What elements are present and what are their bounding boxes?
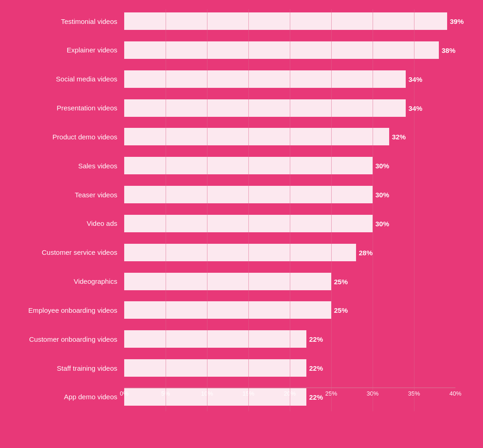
bar-fill xyxy=(124,99,406,117)
grid-line xyxy=(290,9,290,411)
bar-value: 39% xyxy=(450,17,464,25)
x-axis-tick: 0% xyxy=(120,390,129,397)
bar-label: Social media videos xyxy=(0,75,117,83)
bar-label: Staff training videos xyxy=(0,364,117,372)
bar-value: 22% xyxy=(309,335,323,343)
grid-line xyxy=(331,9,332,411)
bar-fill xyxy=(124,359,306,377)
bar-value: 30% xyxy=(375,162,389,170)
bar-label: Product demo videos xyxy=(0,133,117,141)
bar-label: Explainer videos xyxy=(0,46,117,54)
bar-label: Presentation videos xyxy=(0,104,117,112)
bar-fill xyxy=(124,70,406,88)
grid-line xyxy=(207,9,207,411)
bar-value: 22% xyxy=(309,364,323,372)
grid-line xyxy=(373,9,373,411)
bar-value: 28% xyxy=(359,248,373,256)
bar-fill xyxy=(124,12,447,30)
bar-fill xyxy=(124,273,331,290)
bar-label: Videographics xyxy=(0,277,117,285)
grid-line xyxy=(166,9,166,411)
bar-value: 25% xyxy=(334,306,348,314)
bar-value: 30% xyxy=(375,219,389,227)
bar-label: Customer onboarding videos xyxy=(0,335,117,343)
bar-label: Testimonial videos xyxy=(0,17,117,25)
bar-value: 25% xyxy=(334,277,348,285)
bar-value: 34% xyxy=(408,75,422,83)
bar-fill xyxy=(124,41,439,59)
bar-label: Customer service videos xyxy=(0,248,117,256)
grid-line xyxy=(248,9,249,411)
bar-fill xyxy=(124,244,356,261)
bar-label: Employee onboarding videos xyxy=(0,306,117,314)
bar-label: Sales videos xyxy=(0,162,117,170)
bar-fill xyxy=(124,330,306,348)
bar-label: App demo videos xyxy=(0,393,117,401)
chart-container: Testimonial videos39%Explainer videos38%… xyxy=(0,0,483,448)
bar-label: Video ads xyxy=(0,219,117,227)
bar-fill xyxy=(124,128,389,145)
chart-area: Testimonial videos39%Explainer videos38%… xyxy=(124,9,455,411)
bar-value: 38% xyxy=(442,46,455,54)
bar-label: Teaser videos xyxy=(0,191,117,199)
bar-value: 34% xyxy=(408,104,422,112)
bar-value: 30% xyxy=(375,191,389,199)
bar-value: 32% xyxy=(392,133,406,141)
grid-line xyxy=(414,9,414,411)
x-axis-tick: 40% xyxy=(449,390,461,397)
bar-fill xyxy=(124,301,331,319)
